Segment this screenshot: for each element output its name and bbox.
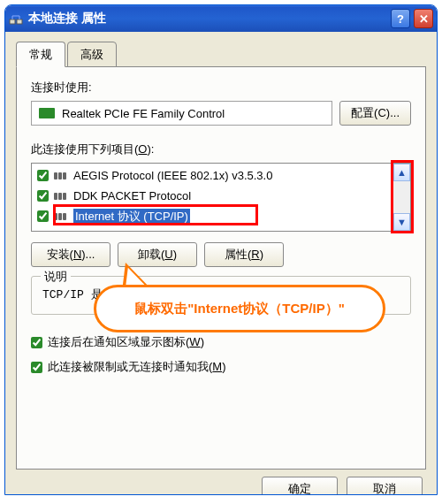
cancel-button[interactable]: 取消 — [347, 477, 423, 495]
tab-panel: 连接时使用: Realtek PCIe FE Family Control 配置… — [16, 66, 426, 470]
properties-button[interactable]: 属性(R) — [204, 242, 284, 267]
annotation-highlight-item — [53, 204, 258, 225]
adapter-name: Realtek PCIe FE Family Control — [62, 107, 225, 120]
show-icon-checkbox[interactable] — [31, 337, 42, 348]
properties-dialog: 本地连接 属性 ? ✕ 常规 高级 连接时使用: Realtek PCIe FE… — [4, 4, 438, 495]
configure-button[interactable]: 配置(C)... — [339, 101, 411, 126]
show-icon-label: 连接后在通知区域显示图标(W) — [48, 334, 204, 350]
svg-rect-1 — [17, 19, 22, 24]
help-button[interactable]: ? — [391, 9, 410, 28]
notify-limited-checkbox[interactable] — [31, 362, 42, 373]
description-legend: 说明 — [41, 269, 71, 285]
callout-text: 鼠标双击"Internet协议（TCP/IP）" — [134, 301, 345, 317]
item-checkbox[interactable] — [37, 190, 49, 202]
tab-strip: 常规 高级 — [16, 42, 426, 67]
protocol-icon — [54, 172, 68, 180]
connection-icon — [9, 11, 23, 26]
list-item[interactable]: DDK PACKET Protocol — [32, 186, 392, 206]
ok-button[interactable]: 确定 — [262, 477, 338, 495]
close-button[interactable]: ✕ — [414, 9, 433, 28]
item-checkbox[interactable] — [37, 210, 49, 222]
adapter-field: Realtek PCIe FE Family Control — [31, 101, 332, 126]
items-label: 此连接使用下列项目(O): — [31, 141, 411, 157]
annotation-callout: 鼠标双击"Internet协议（TCP/IP）" — [94, 285, 385, 332]
dialog-footer: 确定 取消 — [16, 470, 426, 495]
annotation-highlight-scroll — [391, 160, 414, 233]
tab-advanced[interactable]: 高级 — [67, 42, 117, 67]
notify-limited-label: 此连接被限制或无连接时通知我(M) — [48, 359, 226, 375]
nic-icon — [39, 108, 55, 118]
item-label: AEGIS Protocol (IEEE 802.1x) v3.5.3.0 — [73, 169, 272, 182]
item-label: DDK PACKET Protocol — [73, 189, 191, 202]
client-area: 常规 高级 连接时使用: Realtek PCIe FE Family Cont… — [5, 32, 437, 485]
window-title: 本地连接 属性 — [28, 11, 387, 27]
item-checkbox[interactable] — [37, 170, 49, 181]
tab-general[interactable]: 常规 — [16, 42, 65, 67]
titlebar[interactable]: 本地连接 属性 ? ✕ — [5, 5, 437, 32]
list-item[interactable]: AEGIS Protocol (IEEE 802.1x) v3.5.3.0 — [32, 165, 392, 186]
svg-rect-0 — [10, 19, 15, 24]
install-button[interactable]: 安装(N)... — [31, 242, 110, 267]
connect-using-label: 连接时使用: — [31, 80, 411, 95]
protocol-icon — [54, 192, 68, 201]
